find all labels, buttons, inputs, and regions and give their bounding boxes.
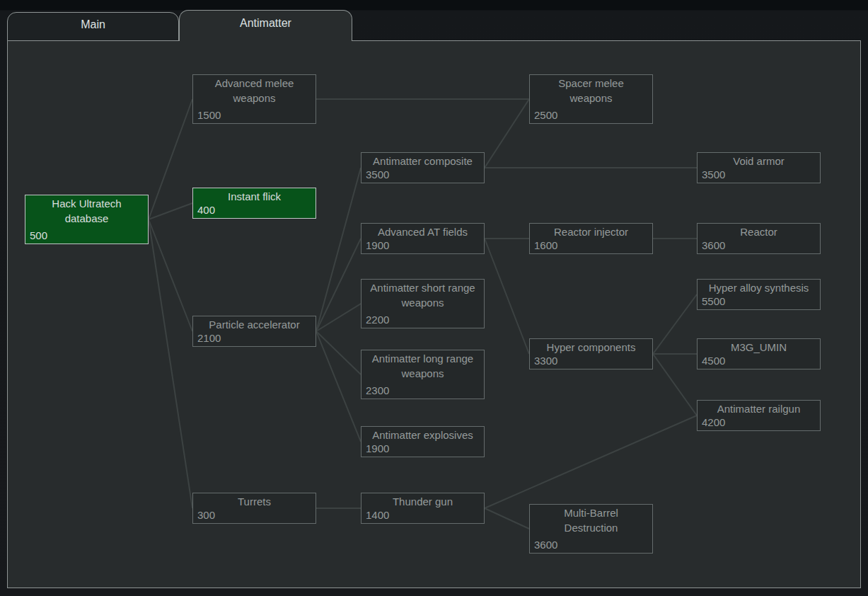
tech-node-cost: 400 — [193, 202, 215, 218]
tech-tree-window: MainAntimatter Hack Ultratech database50… — [0, 0, 868, 596]
tech-node-title: Turrets — [193, 493, 316, 509]
tech-node-reactor[interactable]: Reactor3600 — [697, 223, 821, 254]
tech-node-advanced-at-fields[interactable]: Advanced AT fields1900 — [361, 223, 485, 254]
tech-node-antimatter-railgun[interactable]: Antimatter railgun4200 — [697, 400, 821, 431]
tech-node-cost: 2300 — [361, 383, 389, 399]
tech-node-cost: 4200 — [698, 415, 725, 430]
tech-node-title: Antimatter explosives — [361, 427, 484, 442]
tech-node-cost: 1900 — [361, 238, 389, 253]
tech-node-title: Advanced AT fields — [361, 224, 484, 239]
tech-node-title: Hack Ultratech database — [25, 195, 148, 226]
tech-node-title: Reactor — [698, 224, 820, 239]
tech-node-title: Spacer melee weapons — [530, 75, 652, 105]
tech-node-title: Thunder gun — [361, 493, 484, 509]
tech-node-title: Reactor injector — [530, 224, 652, 239]
tech-node-void-armor[interactable]: Void armor3500 — [697, 152, 821, 183]
tech-node-title: Antimatter long range weapons — [361, 350, 484, 381]
tech-node-title: Hyper alloy synthesis — [698, 280, 820, 295]
tech-node-title: Antimatter railgun — [698, 401, 820, 416]
tech-node-title: Multi-Barrel Destruction — [530, 505, 652, 535]
tech-node-spacer-melee[interactable]: Spacer melee weapons2500 — [529, 74, 653, 124]
tab-antimatter[interactable]: Antimatter — [179, 10, 352, 41]
tech-node-antimatter-explosives[interactable]: Antimatter explosives1900 — [361, 426, 485, 457]
tech-node-turrets[interactable]: Turrets300 — [192, 493, 316, 524]
tech-node-cost: 5500 — [698, 294, 725, 309]
tech-node-title: Particle accelerator — [193, 316, 316, 332]
tech-node-cost: 1900 — [361, 441, 389, 457]
tech-node-title: Instant flick — [193, 188, 316, 204]
tech-node-cost: 3300 — [530, 353, 557, 369]
tech-node-antimatter-short[interactable]: Antimatter short range weapons2200 — [361, 279, 485, 328]
tech-node-advanced-melee[interactable]: Advanced melee weapons1500 — [192, 74, 316, 124]
tech-node-cost: 500 — [25, 228, 47, 243]
tech-node-cost: 1400 — [361, 508, 389, 523]
tech-node-cost: 1600 — [530, 238, 557, 253]
tech-node-particle-accelerator[interactable]: Particle accelerator2100 — [192, 316, 316, 347]
tech-node-title: Antimatter short range weapons — [361, 280, 484, 310]
tech-node-antimatter-composite[interactable]: Antimatter composite3500 — [361, 152, 485, 183]
tech-node-thunder-gun[interactable]: Thunder gun1400 — [361, 493, 485, 524]
tech-node-m3g-umin[interactable]: M3G_UMIN4500 — [697, 338, 821, 369]
tech-node-cost: 3500 — [361, 167, 389, 183]
tech-node-hack[interactable]: Hack Ultratech database500 — [25, 195, 149, 244]
tech-node-cost: 2100 — [193, 331, 221, 346]
tab-bar: MainAntimatter — [7, 0, 352, 41]
tech-node-antimatter-long[interactable]: Antimatter long range weapons2300 — [361, 350, 485, 399]
tech-node-cost: 2200 — [361, 312, 389, 328]
tab-main[interactable]: Main — [7, 12, 179, 41]
tech-node-title: M3G_UMIN — [698, 339, 820, 355]
tech-node-cost: 300 — [193, 508, 215, 523]
tech-node-title: Antimatter composite — [361, 153, 484, 168]
tech-node-multi-barrel[interactable]: Multi-Barrel Destruction3600 — [529, 504, 653, 554]
tech-node-hyper-alloy[interactable]: Hyper alloy synthesis5500 — [697, 279, 821, 310]
tech-node-title: Hyper components — [530, 339, 652, 355]
tech-node-title: Void armor — [698, 153, 820, 168]
tech-node-cost: 3500 — [698, 167, 725, 183]
tech-node-cost: 3600 — [530, 537, 557, 553]
tech-node-cost: 4500 — [698, 353, 725, 369]
tech-node-hyper-components[interactable]: Hyper components3300 — [529, 338, 653, 369]
tech-node-cost: 1500 — [193, 108, 221, 123]
tech-node-cost: 3600 — [698, 238, 725, 253]
tech-node-reactor-injector[interactable]: Reactor injector1600 — [529, 223, 653, 254]
tech-node-instant-flick[interactable]: Instant flick400 — [192, 188, 316, 219]
tech-node-title: Advanced melee weapons — [193, 75, 316, 105]
tech-node-cost: 2500 — [530, 108, 557, 123]
